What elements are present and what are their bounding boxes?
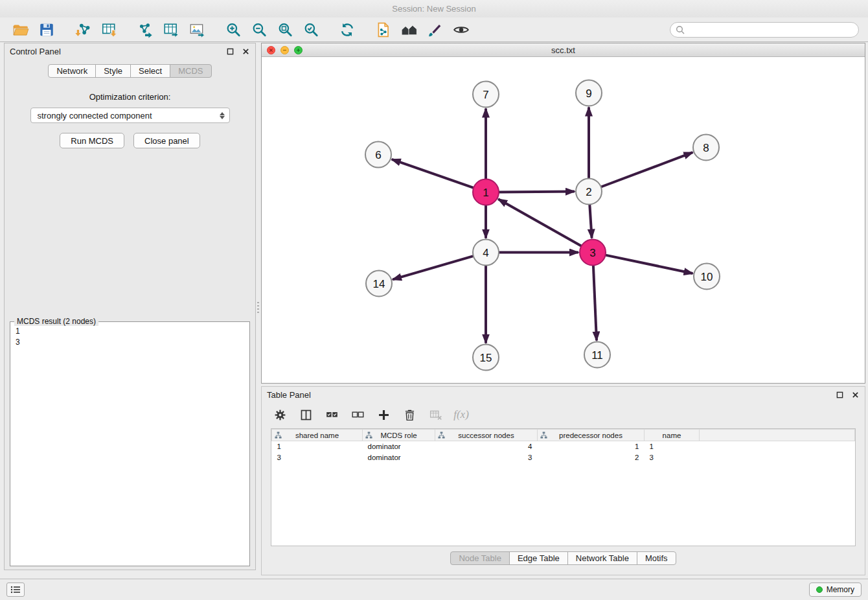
- table-cell[interactable]: 2: [538, 452, 645, 463]
- view-group: [372, 20, 473, 40]
- tab-style[interactable]: Style: [95, 64, 131, 78]
- minimize-window-button[interactable]: [280, 46, 289, 54]
- column-type-icon: [365, 432, 372, 440]
- table-tabs: Node Table Edge Table Network Table Moti…: [262, 551, 865, 565]
- apply-style-button[interactable]: [424, 20, 447, 40]
- table-settings-button[interactable]: [272, 407, 288, 422]
- column-header-successor-nodes[interactable]: successor nodes: [435, 430, 538, 441]
- control-panel-header: Control Panel: [5, 43, 255, 59]
- graph-edge[interactable]: [601, 152, 693, 187]
- table-cell[interactable]: 3: [645, 452, 700, 463]
- export-network-button[interactable]: [133, 20, 157, 40]
- apply-layout-button[interactable]: [336, 20, 359, 40]
- table-cell[interactable]: 1: [645, 441, 700, 452]
- table-cell[interactable]: 4: [435, 441, 538, 452]
- node-table-area: shared name MCDS role successor nodes pr…: [271, 428, 856, 546]
- import-group: [71, 20, 120, 40]
- table-row[interactable]: 1dominator411: [272, 441, 855, 452]
- vertical-splitter[interactable]: [256, 43, 261, 570]
- graph-node-label: 15: [480, 352, 492, 364]
- mcds-result-text: 13: [10, 322, 249, 352]
- folder-icon: [12, 21, 29, 38]
- tab-motifs[interactable]: Motifs: [637, 551, 676, 565]
- column-header-name[interactable]: name: [645, 430, 700, 441]
- tab-select[interactable]: Select: [130, 64, 170, 78]
- search-icon: [676, 25, 685, 34]
- add-column-button[interactable]: [376, 407, 391, 422]
- column-header-shared-name[interactable]: shared name: [272, 430, 363, 441]
- float-panel-icon[interactable]: [225, 47, 234, 56]
- network-canvas[interactable]: 7968124314101511: [262, 57, 865, 383]
- run-mcds-button[interactable]: Run MCDS: [60, 133, 124, 148]
- mcds-result-line: 3: [16, 337, 244, 348]
- column-header-predecessor-nodes[interactable]: predecessor nodes: [538, 430, 645, 441]
- maximize-window-button[interactable]: [294, 46, 303, 54]
- graph-edge[interactable]: [393, 256, 474, 279]
- graph-edge[interactable]: [498, 199, 581, 246]
- zoom-out-button[interactable]: [247, 20, 271, 40]
- file-group: [9, 20, 58, 40]
- close-table-panel-icon[interactable]: [851, 390, 860, 399]
- graph-edge[interactable]: [593, 266, 597, 341]
- search-input[interactable]: [688, 25, 853, 34]
- table-cell[interactable]: 1: [538, 441, 645, 452]
- tab-network[interactable]: Network: [48, 64, 96, 78]
- select-all-button[interactable]: [324, 407, 339, 422]
- export-image-button[interactable]: [185, 20, 209, 40]
- table-cell[interactable]: 1: [272, 441, 363, 452]
- zoom-group: [222, 20, 323, 40]
- graph-node-label: 6: [375, 149, 381, 161]
- graph-edge[interactable]: [606, 255, 693, 273]
- network-overview-button[interactable]: [372, 20, 395, 40]
- search-box[interactable]: [670, 22, 859, 38]
- traffic-lights: [267, 46, 303, 54]
- tab-network-table[interactable]: Network Table: [567, 551, 637, 565]
- graph-edge[interactable]: [589, 205, 591, 238]
- style-brush-icon: [427, 21, 444, 38]
- zoom-in-icon: [225, 21, 242, 38]
- tab-mcds[interactable]: MCDS: [170, 64, 211, 78]
- function-builder-button[interactable]: f(x): [453, 407, 469, 422]
- close-panel-button[interactable]: Close panel: [133, 133, 200, 148]
- import-table-button[interactable]: [97, 20, 120, 40]
- save-session-button[interactable]: [35, 20, 58, 40]
- import-network-button[interactable]: [71, 20, 95, 40]
- export-group: [133, 20, 209, 40]
- home-overview-button[interactable]: [398, 20, 421, 40]
- close-window-button[interactable]: [267, 46, 275, 54]
- tab-edge-table[interactable]: Edge Table: [509, 551, 568, 565]
- export-table-button[interactable]: [159, 20, 183, 40]
- graph-edge[interactable]: [392, 159, 474, 188]
- task-history-button[interactable]: [6, 583, 25, 597]
- criterion-value: strongly connected component: [38, 111, 218, 121]
- memory-button[interactable]: Memory: [809, 583, 862, 597]
- table-cell[interactable]: dominator: [363, 441, 435, 452]
- graph-edge[interactable]: [499, 192, 575, 192]
- table-cell[interactable]: 3: [435, 452, 538, 463]
- optimization-criterion-label: Optimization criterion:: [5, 92, 255, 102]
- toggle-visibility-button[interactable]: [450, 20, 473, 40]
- table-row[interactable]: 3dominator323: [272, 452, 855, 463]
- export-table-icon: [163, 21, 179, 38]
- show-columns-button[interactable]: [298, 407, 314, 422]
- control-panel-tabs: Network Style Select MCDS: [5, 64, 255, 78]
- close-panel-icon[interactable]: [241, 47, 250, 56]
- window-title: Session: New Session: [392, 4, 475, 14]
- delete-table-button[interactable]: [428, 407, 443, 422]
- criterion-select[interactable]: strongly connected component: [30, 108, 230, 123]
- zoom-in-button[interactable]: [222, 20, 245, 40]
- column-header-mcds-role[interactable]: MCDS role: [363, 430, 435, 441]
- zoom-fit-button[interactable]: [273, 20, 297, 40]
- table-cell[interactable]: 3: [272, 452, 363, 463]
- open-session-button[interactable]: [9, 20, 32, 40]
- delete-column-button[interactable]: [402, 407, 417, 422]
- zoom-selected-button[interactable]: [299, 20, 323, 40]
- mcds-result-line: 1: [16, 326, 244, 337]
- tab-node-table[interactable]: Node Table: [450, 551, 510, 565]
- delete-table-icon: [429, 408, 442, 422]
- float-table-panel-icon[interactable]: [835, 390, 844, 399]
- table-cell[interactable]: dominator: [363, 452, 435, 463]
- node-table-body: 1dominator4113dominator323: [272, 441, 855, 463]
- trash-icon: [403, 408, 417, 422]
- deselect-all-button[interactable]: [350, 407, 365, 422]
